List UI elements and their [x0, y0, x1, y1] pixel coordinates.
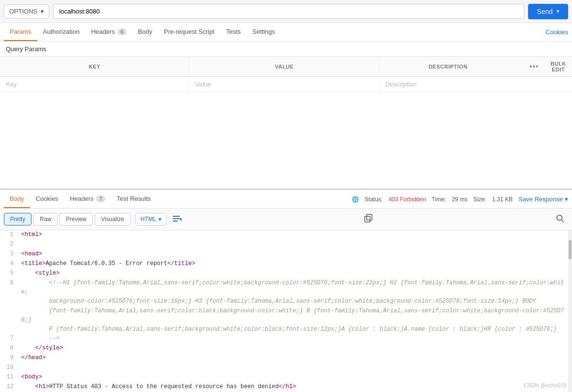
- tab-params[interactable]: Params: [4, 23, 37, 41]
- code-line: 10: [0, 363, 572, 373]
- request-body-area: [0, 92, 572, 189]
- response-body-toolbar: Pretty Raw Preview Visualize HTML ▾: [0, 209, 572, 230]
- scrollbar-thumb[interactable]: [569, 240, 572, 259]
- code-line: 8 </style>: [0, 344, 572, 353]
- res-tab-test-results[interactable]: Test Results: [111, 190, 157, 208]
- headers-badge: 6: [117, 28, 126, 35]
- method-label: OPTIONS: [9, 8, 38, 15]
- tab-authorization[interactable]: Authorization: [37, 23, 86, 41]
- request-toolbar: OPTIONS ▾ Send ▾: [0, 0, 572, 23]
- time-label: Time:: [432, 196, 446, 203]
- format-label: HTML: [141, 216, 157, 223]
- svg-rect-1: [173, 218, 182, 219]
- svg-line-6: [562, 220, 564, 223]
- status-value: 403 Forbidden: [388, 196, 426, 203]
- code-line: 4 <title>Apache Tomcat/6.0.35 - Error re…: [0, 259, 572, 269]
- query-params-header: Query Params: [0, 42, 572, 57]
- params-table: KEY VALUE DESCRIPTION ••• Bulk Edit: [0, 57, 572, 92]
- globe-icon: 🌐: [352, 196, 359, 203]
- code-line: 12 <h1>HTTP Status 403 - Access to the r…: [0, 382, 572, 392]
- request-tabs: Params Authorization Headers 6 Body Pre-…: [0, 23, 572, 42]
- save-response-button[interactable]: Save Response ▾: [518, 196, 568, 203]
- method-selector[interactable]: OPTIONS ▾: [4, 4, 49, 18]
- scrollbar[interactable]: [568, 230, 572, 392]
- tab-body[interactable]: Body: [132, 23, 158, 41]
- key-input[interactable]: [6, 81, 183, 88]
- svg-rect-3: [365, 216, 370, 222]
- code-line: 2: [0, 240, 572, 250]
- view-raw-button[interactable]: Raw: [33, 213, 57, 225]
- code-line: 6 <!--H1 {font-family:Tahoma,Arial,sans-…: [0, 279, 572, 334]
- res-tab-cookies[interactable]: Cookies: [30, 190, 64, 208]
- code-line: 5 <style>: [0, 269, 572, 279]
- format-selector[interactable]: HTML ▾: [135, 213, 167, 225]
- view-preview-button[interactable]: Preview: [59, 213, 93, 225]
- svg-rect-0: [173, 216, 180, 217]
- view-pretty-button[interactable]: Pretty: [4, 213, 31, 225]
- res-tab-body[interactable]: Body: [4, 190, 30, 208]
- col-key-header: KEY: [0, 57, 189, 77]
- response-meta: 🌐 Status: 403 Forbidden Time: 29 ms Size…: [352, 196, 568, 203]
- copy-button[interactable]: [360, 211, 377, 227]
- code-line: 1 <html>: [0, 230, 572, 240]
- search-button[interactable]: [552, 211, 568, 227]
- table-row: [0, 77, 572, 92]
- code-line: 7 -->: [0, 334, 572, 344]
- response-tabs: Body Cookies Headers 7 Test Results: [4, 190, 157, 208]
- desc-input[interactable]: [385, 81, 511, 88]
- cookies-link[interactable]: Cookies: [545, 28, 568, 36]
- view-visualize-button[interactable]: Visualize: [95, 213, 130, 225]
- res-headers-badge: 7: [96, 196, 105, 202]
- response-section: Body Cookies Headers 7 Test Results 🌐 St…: [0, 190, 572, 392]
- svg-rect-2: [173, 221, 178, 222]
- size-value: 1.31 KB: [492, 196, 513, 203]
- col-value-header: VALUE: [189, 57, 379, 77]
- time-value: 29 ms: [452, 196, 468, 203]
- tab-tests[interactable]: Tests: [220, 23, 246, 41]
- status-label: Status:: [365, 196, 383, 203]
- tab-settings[interactable]: Settings: [246, 23, 281, 41]
- col-desc-header: DESCRIPTION: [379, 57, 516, 77]
- wrap-icon-button[interactable]: [169, 212, 186, 226]
- tab-prerequest[interactable]: Pre-request Script: [158, 23, 220, 41]
- code-line: 11 <body>: [0, 373, 572, 382]
- send-button[interactable]: Send ▾: [528, 4, 568, 19]
- send-label: Send: [537, 8, 553, 15]
- response-top-bar: Body Cookies Headers 7 Test Results 🌐 St…: [0, 190, 572, 209]
- tab-headers[interactable]: Headers 6: [86, 23, 132, 41]
- format-chevron: ▾: [158, 216, 161, 223]
- three-dots-icon[interactable]: •••: [529, 62, 539, 70]
- code-line: 9 </head>: [0, 353, 572, 363]
- svg-rect-4: [367, 214, 372, 220]
- method-chevron: ▾: [41, 8, 44, 15]
- res-tab-headers[interactable]: Headers 7: [64, 190, 111, 208]
- code-line: 3 <head>: [0, 250, 572, 259]
- watermark: CSDN @echo019: [524, 382, 566, 388]
- svg-point-5: [557, 215, 562, 221]
- send-chevron: ▾: [557, 8, 559, 14]
- value-input[interactable]: [195, 81, 373, 88]
- col-actions-header: •••: [516, 57, 544, 77]
- size-label: Size:: [473, 196, 486, 203]
- code-area[interactable]: 1 <html> 2 3 <head> 4 <title>Apache Tomc…: [0, 230, 572, 392]
- url-input[interactable]: [53, 4, 525, 19]
- bulk-edit-button[interactable]: Bulk Edit: [544, 57, 572, 77]
